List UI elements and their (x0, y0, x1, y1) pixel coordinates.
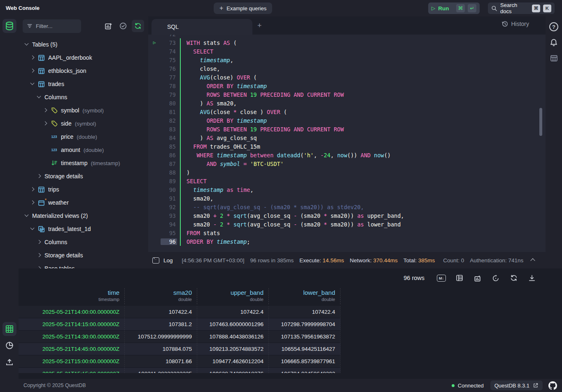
database-explorer-button[interactable] (2, 19, 16, 33)
table-row[interactable]: 2025-05-21T14:45:00.000000Z107884.075109… (19, 343, 340, 355)
run-button[interactable]: ▷ Run ⌘ ↵ (428, 2, 480, 14)
grid-view-button[interactable] (2, 322, 16, 336)
side-panel-button[interactable] (548, 53, 559, 63)
code-line-81[interactable]: 81 AVG(close * close ) OVER ( (148, 107, 546, 116)
cell-time[interactable]: 2025-05-21T14:45:00.000000Z (19, 343, 125, 355)
cell-sma20[interactable]: 108071.66 (125, 355, 197, 367)
column-header-upper_band[interactable]: upper_banddouble (197, 288, 269, 304)
tree-item-side[interactable]: side(symbol) (19, 117, 148, 130)
cell-time[interactable]: 2025-05-21T14:30:00.000000Z (19, 331, 125, 343)
code-line-93[interactable]: 93 sma20 + 2 * sqrt(avg_close_sq - (sma2… (148, 211, 546, 220)
search-docs-button[interactable]: Search docs ⌘ K (488, 2, 555, 14)
cell-sma20[interactable]: 107381.2 (125, 318, 197, 330)
cell-sma20[interactable]: 107512.09999999999 (125, 331, 197, 343)
cell-time[interactable]: 2025-05-21T15:15:00.000000Z (19, 368, 125, 373)
tab-sql[interactable]: SQL (152, 19, 252, 35)
cell-sma20[interactable]: 108211.28333333335 (125, 368, 197, 373)
chart-button[interactable] (473, 273, 482, 282)
history-button[interactable]: History (501, 21, 529, 27)
code-line-87[interactable]: 87 AND symbol = 'BTC-USDT' (148, 159, 546, 168)
table-row[interactable]: 2025-05-21T15:00:00.000000Z108071.661094… (19, 355, 340, 368)
cell-lower_band[interactable]: 107135.79561963872 (269, 331, 340, 343)
new-tab-button[interactable]: + (257, 21, 262, 30)
cell-lower_band[interactable]: 106554.94425116427 (269, 343, 340, 355)
run-query-glyph[interactable]: ▷ (148, 40, 161, 45)
cell-upper_band[interactable]: 107888.40438036126 (197, 331, 269, 343)
suspended-filter-button[interactable] (117, 20, 129, 32)
column-header-lower_band[interactable]: lower_banddouble (269, 288, 340, 304)
cell-lower_band[interactable]: 106665.85739877961 (269, 355, 340, 367)
tree-item-storage-details[interactable]: Storage details (19, 170, 148, 183)
code-line-95[interactable]: 95FROM stats (148, 229, 546, 237)
code-line-83[interactable]: 83 ROWS BETWEEN 19 PRECEDING AND CURRENT… (148, 125, 546, 133)
cell-upper_band[interactable]: 109477.4626012204 (197, 355, 269, 367)
collapse-log-button[interactable] (530, 257, 535, 262)
code-line-75[interactable]: 75 timestamp, (148, 56, 546, 64)
cell-lower_band[interactable]: 106784.02458648303 (269, 368, 340, 373)
cell-sma20[interactable]: 107884.075 (125, 343, 197, 355)
tree-item-ethblocks-json[interactable]: ethblocks_json (19, 64, 148, 77)
tree-item-weather[interactable]: *weather (19, 196, 148, 209)
column-header-time[interactable]: timetimestamp (19, 288, 125, 304)
code-line-88[interactable]: 88) (148, 168, 546, 177)
cell-time[interactable]: 2025-05-21T15:00:00.000000Z (19, 355, 125, 367)
code-line-73[interactable]: ▷73WITH stats AS ( (148, 38, 546, 47)
result-grid[interactable]: timetimestampsma20doubleupper_banddouble… (19, 288, 340, 373)
tree-item-aapl-orderbook[interactable]: AAPL_orderbook (19, 51, 148, 64)
github-link[interactable] (548, 381, 557, 390)
tree-item-columns[interactable]: Columns (19, 236, 148, 249)
example-queries-button[interactable]: + Example queries (214, 2, 272, 14)
tree-item-trades-latest-1d[interactable]: trades_latest_1d (19, 222, 148, 236)
tree-item-amount[interactable]: 123amount(double) (19, 143, 148, 156)
cell-lower_band[interactable]: 107298.79999998704 (269, 318, 340, 330)
version-link[interactable]: QuestDB 8.3.1 (490, 380, 543, 390)
code-line-85[interactable]: 85 FROM trades_OHLC_15m (148, 142, 546, 151)
code-line-79[interactable]: 79 ROWS BETWEEN 19 PRECEDING AND CURRENT… (148, 90, 546, 99)
column-header-sma20[interactable]: sma20double (125, 288, 197, 304)
import-button[interactable] (2, 355, 16, 369)
code-line-72[interactable]: 72 (148, 35, 546, 38)
download-csv-button[interactable] (527, 273, 536, 282)
table-row[interactable]: 2025-05-21T14:15:00.000000Z107381.210746… (19, 318, 340, 331)
create-table-button[interactable] (102, 20, 114, 32)
code-line-84[interactable]: 84 ) AS avg_close_sq (148, 133, 546, 142)
cell-time[interactable]: 2025-05-21T14:15:00.000000Z (19, 318, 125, 330)
cell-time[interactable]: 2025-05-21T14:00:00.000000Z (19, 306, 125, 318)
tree-item-price[interactable]: 123price(double) (19, 130, 148, 143)
code-line-92[interactable]: 92 -- sqrt(avg_close_sq - (sma20 * sma20… (148, 203, 546, 211)
code-line-82[interactable]: 82 ORDER BY timestamp (148, 116, 546, 125)
editor-scrollbar[interactable] (539, 108, 542, 136)
help-button[interactable]: ? (548, 21, 559, 32)
code-line-80[interactable]: 80 ) AS sma20, (148, 99, 546, 107)
tree-item-trips[interactable]: trips (19, 183, 148, 196)
table-row[interactable]: 2025-05-21T14:30:00.000000Z107512.099999… (19, 331, 340, 343)
code-line-77[interactable]: 77 AVG(close) OVER ( (148, 73, 546, 82)
tree-item-tables-5-[interactable]: Tables (5) (19, 38, 148, 51)
code-line-91[interactable]: 91 sma20, (148, 194, 546, 203)
rerun-query-button[interactable] (491, 273, 500, 282)
code-line-78[interactable]: 78 ORDER BY timestamp (148, 82, 546, 90)
cell-sma20[interactable]: 107422.4 (125, 306, 197, 318)
code-line-76[interactable]: 76 close, (148, 64, 546, 73)
chart-view-button[interactable] (2, 338, 16, 352)
code-line-89[interactable]: 89SELECT (148, 177, 546, 185)
tree-item-columns[interactable]: Columns (19, 91, 148, 104)
cell-upper_band[interactable]: 109213.20574883572 (197, 343, 269, 355)
code-line-74[interactable]: 74 SELECT (148, 47, 546, 56)
reload-schema-button[interactable] (132, 20, 144, 32)
code-line-96[interactable]: 96ORDER BY timestamp; (148, 237, 546, 246)
table-row[interactable]: 2025-05-21T15:15:00.000000Z108211.283333… (19, 368, 340, 373)
tree-item-storage-details[interactable]: Storage details (19, 249, 148, 262)
cell-upper_band[interactable]: 107422.4 (197, 306, 269, 318)
code-line-90[interactable]: 90 timestamp as time, (148, 185, 546, 194)
filter-input[interactable] (36, 23, 73, 29)
refresh-results-button[interactable] (509, 273, 518, 282)
tree-item-trades[interactable]: trades (19, 77, 148, 91)
tree-item-symbol[interactable]: symbol(symbol) (19, 104, 148, 117)
sql-editor[interactable]: 72▷73WITH stats AS (74 SELECT75 timestam… (148, 35, 546, 252)
code-line-94[interactable]: 94 sma20 - 2 * sqrt(avg_close_sq - (sma2… (148, 220, 546, 229)
cell-lower_band[interactable]: 107422.4 (269, 306, 340, 318)
toggle-columns-button[interactable] (455, 273, 464, 282)
markdown-copy-button[interactable]: M↓ (437, 273, 446, 282)
table-row[interactable]: 2025-05-21T14:00:00.000000Z107422.410742… (19, 306, 340, 318)
